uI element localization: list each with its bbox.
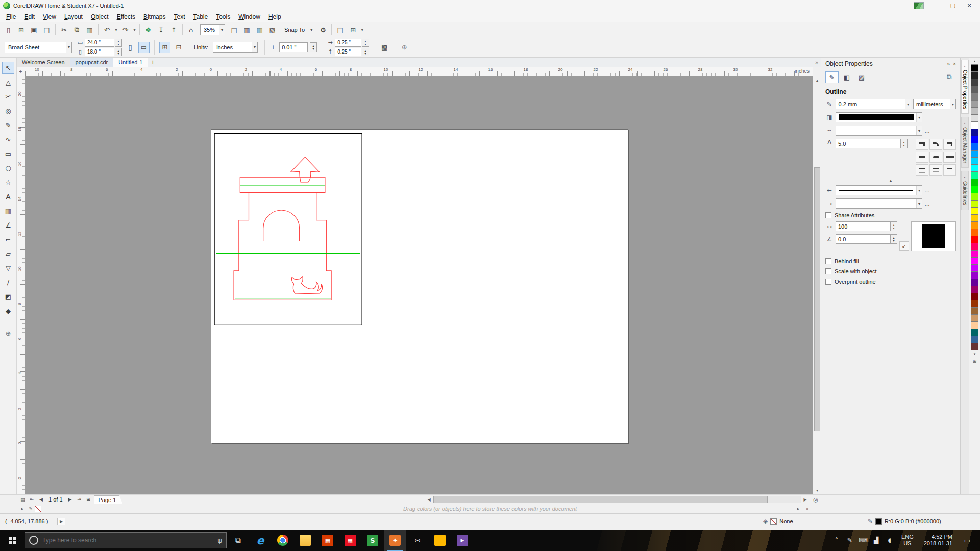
all-pages-button[interactable]: ⊞ — [159, 42, 170, 53]
menu-file[interactable]: File — [2, 12, 20, 21]
palette-scroll-up-button[interactable]: ▴ — [969, 58, 980, 65]
taskbar-clock[interactable]: 4:52 PM 2018-01-31 — [919, 534, 958, 547]
start-arrowhead-options-button[interactable]: … — [924, 186, 935, 195]
smart-fill-tool[interactable]: ◆ — [2, 305, 14, 317]
tab-popupcat-cdr[interactable]: popupcat.cdr — [70, 58, 114, 67]
show-grid-button[interactable]: ▦ — [253, 23, 266, 36]
cat-cut-outline[interactable] — [292, 277, 323, 294]
export-button[interactable]: ↥ — [167, 23, 180, 36]
calligraphy-stretch-field[interactable]: 100 — [836, 221, 891, 231]
action-center-button[interactable]: ▭ — [959, 530, 976, 551]
polygon-tool[interactable]: ☆ — [2, 176, 14, 188]
first-page-button[interactable]: ⇤ — [28, 496, 36, 504]
scroll-up-button[interactable]: ▴ — [813, 76, 821, 84]
palette-color-swatch[interactable] — [971, 121, 978, 129]
cut-button[interactable]: ✂ — [58, 23, 70, 36]
restore-button[interactable]: ▢ — [945, 1, 961, 10]
snap-to-dropdown[interactable]: Snap To ▾ — [281, 24, 314, 35]
duplicate-distance-y-field[interactable]: 0.25 " — [335, 48, 361, 56]
miter-limit-field[interactable]: 5.0 — [836, 139, 901, 148]
end-arrowhead-dropdown[interactable]: ▾ — [836, 198, 922, 209]
palette-color-swatch[interactable] — [971, 150, 978, 158]
palette-color-swatch[interactable] — [971, 314, 978, 322]
palette-flyout-button[interactable]: ⊞ — [973, 359, 977, 364]
pick-tool[interactable]: ↖ — [2, 62, 14, 74]
next-page-button[interactable]: ▶ — [66, 496, 74, 504]
palette-color-swatch[interactable] — [971, 243, 978, 251]
palette-color-swatch[interactable] — [971, 164, 978, 172]
scroll-down-button[interactable]: ▾ — [813, 486, 821, 494]
palette-color-swatch[interactable] — [971, 136, 978, 143]
palette-color-swatch[interactable] — [971, 307, 978, 315]
landscape-orientation-button[interactable]: ▭ — [138, 42, 150, 53]
welcome-screen-button[interactable]: ⌂ — [185, 23, 198, 36]
options-button[interactable]: ⚙ — [316, 23, 329, 36]
start-button[interactable] — [0, 530, 24, 551]
menu-layout[interactable]: Layout — [60, 12, 87, 21]
separator[interactable] — [180, 24, 185, 35]
palette-color-swatch[interactable] — [971, 93, 978, 101]
corner-miter-button[interactable] — [916, 139, 928, 150]
open-button[interactable]: ⊞ — [15, 23, 28, 36]
miter-limit-spinner[interactable]: ▴▾ — [901, 139, 908, 148]
save-button[interactable]: ▣ — [28, 23, 40, 36]
outline-style-settings-button[interactable]: … — [924, 126, 935, 135]
ellipse-tool[interactable]: ○ — [2, 162, 14, 174]
palette-color-swatch[interactable] — [971, 193, 978, 201]
castle-cut-outline[interactable] — [234, 177, 331, 300]
palette-color-swatch[interactable] — [971, 271, 978, 279]
palette-color-swatch[interactable] — [971, 71, 978, 79]
scroll-left-button[interactable]: ◀ — [425, 496, 433, 503]
search-content-button[interactable]: ❖ — [142, 23, 155, 36]
workspace-button[interactable]: ▤ — [334, 23, 347, 36]
palette-color-swatch[interactable] — [971, 279, 978, 286]
treat-objects-as-filled-button[interactable]: ▩ — [379, 42, 390, 53]
palette-color-swatch[interactable] — [971, 336, 978, 343]
show-rulers-button[interactable]: ▥ — [240, 23, 253, 36]
page-width-spinner[interactable]: ▴▾ — [115, 39, 122, 47]
menu-view[interactable]: View — [39, 12, 60, 21]
tray-network-icon[interactable]: ▟ — [870, 530, 883, 551]
taskbar-edge[interactable]: e — [249, 530, 272, 551]
docker-tab-guidelines[interactable]: ▪ Guidelines — [961, 171, 969, 210]
docker-collapse-button[interactable]: » — [947, 61, 950, 67]
units-combobox[interactable]: inches ▾ — [213, 42, 258, 53]
import-button[interactable]: ↧ — [155, 23, 167, 36]
scale-with-object-checkbox[interactable] — [825, 268, 831, 274]
undo-dropdown[interactable]: ▾ — [113, 23, 119, 36]
color-eyedropper-tool[interactable]: ∕ — [2, 276, 14, 288]
tab-untitled-1[interactable]: Untitled-1 — [113, 58, 148, 67]
paper-type-combobox[interactable]: Broad Sheet ▾ — [5, 42, 72, 53]
tab-overflow-button[interactable]: » — [813, 58, 821, 67]
paste-button[interactable]: ▥ — [83, 23, 96, 36]
last-page-button[interactable]: ⇥ — [76, 496, 83, 504]
castle-arch-cut[interactable] — [263, 210, 300, 241]
redo-button[interactable]: ↷ — [119, 23, 132, 36]
application-launcher-button[interactable]: ⊞ — [347, 23, 359, 36]
palette-color-swatch[interactable] — [971, 179, 978, 186]
menu-help[interactable]: Help — [264, 12, 285, 21]
portrait-orientation-button[interactable]: ▯ — [125, 42, 136, 53]
text-tool[interactable]: A — [2, 190, 14, 203]
zoom-tool-button[interactable]: ◎ — [812, 495, 820, 504]
page-height-spinner[interactable]: ▴▾ — [115, 48, 122, 56]
corner-round-button[interactable] — [929, 139, 942, 150]
menu-bitmaps[interactable]: Bitmaps — [139, 12, 169, 21]
scroll-tab-mode-button[interactable]: ⧉ — [943, 71, 956, 83]
line-cap-extended-button[interactable] — [943, 152, 956, 163]
close-button[interactable]: × — [962, 1, 977, 10]
transparency-tool[interactable]: ▽ — [2, 262, 14, 274]
crop-tool[interactable]: ✂ — [2, 90, 14, 103]
menu-object[interactable]: Object — [87, 12, 113, 21]
add-page-button[interactable]: ⊞ — [85, 496, 92, 504]
palette-color-swatch[interactable] — [971, 293, 978, 300]
rectangle-tool[interactable]: ▭ — [2, 147, 14, 160]
shape-tool[interactable]: △ — [2, 76, 14, 88]
outline-position-centered-button[interactable] — [929, 164, 942, 176]
palette-color-swatch[interactable] — [971, 250, 978, 258]
show-desktop-button[interactable] — [977, 530, 980, 551]
duplicate-distance-x-field[interactable]: 0.25 " — [335, 39, 361, 47]
palette-color-swatch[interactable] — [971, 264, 978, 272]
share-attributes-checkbox[interactable] — [825, 212, 831, 218]
tray-keyboard-icon[interactable]: ⌨ — [856, 530, 870, 551]
